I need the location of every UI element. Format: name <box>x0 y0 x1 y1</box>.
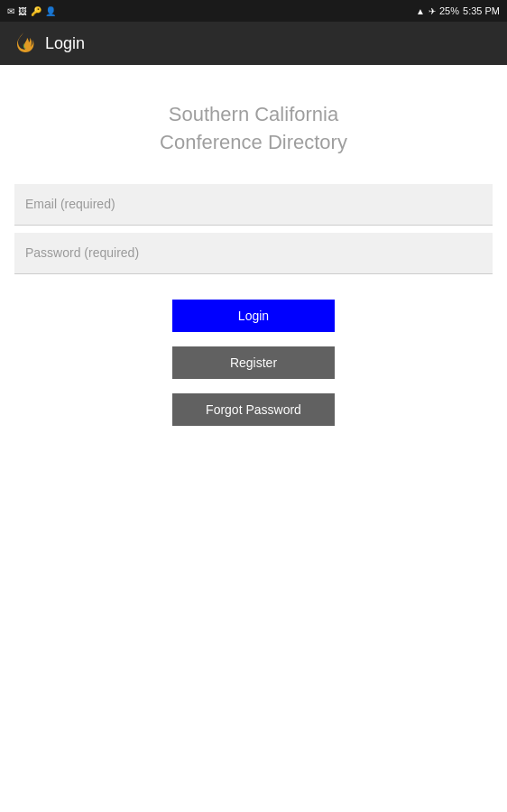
profile-icon: 👤 <box>45 6 56 16</box>
email-input-wrapper <box>14 184 493 229</box>
status-bar-left: ✉ 🖼 🔑 👤 <box>7 6 56 16</box>
login-button[interactable]: Login <box>172 300 335 332</box>
password-input[interactable] <box>14 233 493 274</box>
app-bar: Login <box>0 22 507 65</box>
app-title-line2: Conference Directory <box>160 129 347 157</box>
app-title-line1: Southern California <box>160 101 347 129</box>
key-icon: 🔑 <box>31 6 41 16</box>
buttons-container: Login Register Forgot Password <box>14 291 493 426</box>
status-bar: ✉ 🖼 🔑 👤 ▲ ✈ 25% 5:35 PM <box>0 0 507 22</box>
time-display: 5:35 PM <box>463 5 500 16</box>
status-bar-right: ▲ ✈ 25% 5:35 PM <box>416 5 500 16</box>
message-icon: ✉ <box>7 6 14 16</box>
flame-icon <box>13 31 34 56</box>
forgot-password-button[interactable]: Forgot Password <box>172 393 335 426</box>
app-bar-title: Login <box>45 34 85 53</box>
register-button[interactable]: Register <box>172 346 335 379</box>
image-icon: 🖼 <box>18 6 27 16</box>
main-content: Southern California Conference Directory… <box>0 65 507 440</box>
email-input[interactable] <box>14 184 493 226</box>
password-input-wrapper <box>14 233 493 278</box>
battery-text: 25% <box>439 5 459 16</box>
app-title: Southern California Conference Directory <box>160 101 347 157</box>
app-logo <box>11 31 36 56</box>
wifi-icon: ▲ <box>416 6 425 16</box>
airplane-icon: ✈ <box>429 6 436 16</box>
